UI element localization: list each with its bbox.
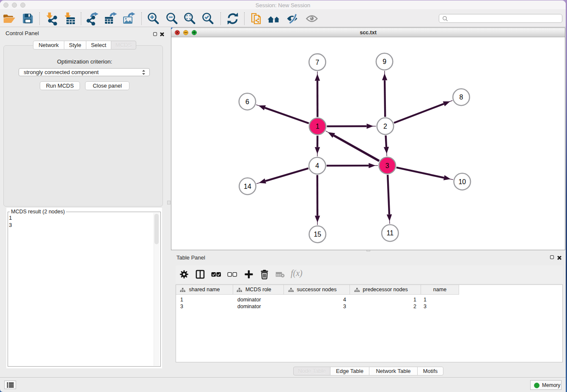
svg-text:14: 14	[244, 183, 251, 190]
svg-text:3: 3	[385, 162, 389, 169]
svg-text:9: 9	[383, 58, 386, 65]
svg-text:8: 8	[460, 94, 463, 101]
svg-text:2: 2	[383, 123, 387, 130]
svg-text:11: 11	[386, 229, 394, 237]
svg-text:1: 1	[316, 123, 319, 130]
svg-text:6: 6	[245, 98, 249, 105]
svg-text:10: 10	[458, 178, 466, 185]
svg-text:4: 4	[315, 162, 319, 169]
svg-text:7: 7	[316, 59, 319, 66]
svg-text:15: 15	[314, 231, 321, 238]
